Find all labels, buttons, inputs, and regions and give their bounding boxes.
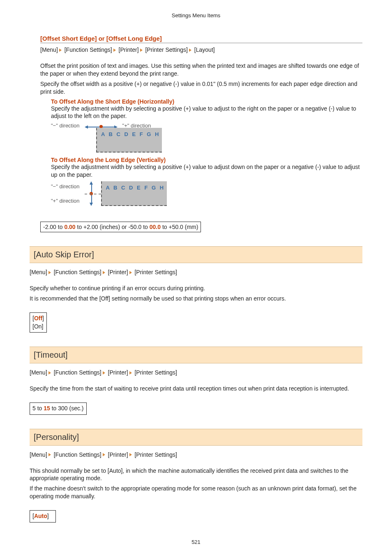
option-bracket: ] <box>42 315 44 321</box>
chevron-right-icon <box>189 49 191 52</box>
chevron-right-icon <box>129 271 132 274</box>
chevron-right-icon <box>103 271 105 274</box>
range-text: to +2.00 (inches) or -50.0 to <box>76 224 150 230</box>
breadcrumb: [Menu] [Function Settings] [Printer] [Pr… <box>30 369 362 376</box>
chevron-right-icon <box>129 453 132 456</box>
option-default: Off <box>34 315 42 321</box>
personality-desc: This should normally be set to [Auto], i… <box>30 467 362 483</box>
chevron-right-icon <box>48 271 51 274</box>
crumb: [Printer] <box>119 46 139 53</box>
crumb: [Menu] <box>30 369 47 376</box>
auto-skip-desc: Specify whether to continue printing if … <box>30 284 362 292</box>
chevron-right-icon <box>140 49 143 52</box>
crumb: [Printer Settings] <box>134 269 177 275</box>
page-header: Settings Menu Items <box>30 12 362 18</box>
crumb: [Function Settings] <box>54 369 101 376</box>
crumb: [Layout] <box>194 46 215 53</box>
short-edge-title: To Offset Along the Short Edge (Horizont… <box>51 98 362 105</box>
personality-options-box: [Auto] <box>30 510 56 523</box>
personality-title: [Personality] <box>30 429 362 446</box>
chevron-right-icon <box>113 49 116 52</box>
long-edge-diagram: "−" direction "+" direction A B C D E F … <box>51 181 362 206</box>
range-default: 00.0 <box>150 224 161 230</box>
crumb: [Function Settings] <box>54 269 101 275</box>
breadcrumb: [Menu] [Function Settings] [Printer] [Pr… <box>40 46 362 53</box>
offset-range-box: -2.00 to 0.00 to +2.00 (inches) or -50.0… <box>40 222 201 232</box>
range-text: to +50.0 (mm) <box>161 224 198 230</box>
auto-skip-error-title: [Auto Skip Error] <box>30 246 362 263</box>
crumb: [Menu] <box>40 46 58 53</box>
auto-skip-desc: It is recommended that the [Off] setting… <box>30 295 362 303</box>
short-edge-diagram: "−" direction "+" direction A B C D E F … <box>51 123 362 153</box>
crumb: [Function Settings] <box>54 451 101 458</box>
neg-direction-label: "−" direction <box>51 183 80 190</box>
chevron-right-icon <box>129 371 132 375</box>
crumb: [Function Settings] <box>65 46 112 53</box>
range-default: 15 <box>44 405 50 412</box>
short-edge-desc: Specify the adjustment width by selectin… <box>51 105 362 120</box>
chevron-right-icon <box>103 371 105 375</box>
offset-desc: Offset the print position of text and im… <box>40 62 362 78</box>
breadcrumb: [Menu] [Function Settings] [Printer] [Pr… <box>30 451 362 458</box>
neg-direction-label: "−" direction <box>51 123 80 129</box>
chevron-right-icon <box>59 49 62 52</box>
range-text: to 300 (sec.) <box>50 405 84 412</box>
crumb: [Printer Settings] <box>134 451 177 458</box>
dash-connector <box>85 194 101 194</box>
crumb: [Printer Settings] <box>134 369 177 376</box>
crumb: [Menu] <box>30 451 47 458</box>
personality-desc: If the machine doesn't switch to the app… <box>30 485 362 500</box>
horizontal-arrow-icon <box>85 124 118 128</box>
crumb: [Menu] <box>30 269 47 275</box>
crumb: [Printer] <box>108 369 128 376</box>
range-text: 5 to <box>32 405 44 412</box>
crumb: [Printer] <box>108 269 128 275</box>
timeout-title: [Timeout] <box>30 347 362 363</box>
chevron-right-icon <box>48 453 51 456</box>
pos-direction-label: "+" direction <box>51 198 80 204</box>
crumb: [Printer] <box>108 451 128 458</box>
timeout-desc: Specify the time from the start of waiti… <box>30 385 362 393</box>
breadcrumb: [Menu] [Function Settings] [Printer] [Pr… <box>30 269 362 275</box>
auto-skip-options-box: [Off] [On] <box>30 312 47 333</box>
page-number: 521 <box>30 539 362 545</box>
crumb: [Printer Settings] <box>145 46 188 53</box>
option-default: Auto <box>34 513 47 519</box>
offset-edge-title: [Offset Short Edge] or [Offset Long Edge… <box>40 35 362 43</box>
timeout-range-box: 5 to 15 to 300 (sec.) <box>30 402 87 415</box>
option-on: [On] <box>32 323 43 330</box>
range-text: -2.00 to <box>43 224 64 230</box>
chevron-right-icon <box>48 371 51 375</box>
offset-desc: Specify the offset width as a positive (… <box>40 80 362 96</box>
paper-sample: A B C D E F G H <box>101 181 167 206</box>
paper-sample: A B C D E F G H <box>96 128 162 153</box>
long-edge-desc: Specify the adjustment width by selectin… <box>51 163 362 179</box>
long-edge-title: To Offset Along the Long Edge (Verticall… <box>51 157 362 163</box>
range-default: 0.00 <box>64 224 75 230</box>
option-bracket: ] <box>47 513 49 519</box>
chevron-right-icon <box>103 453 105 456</box>
